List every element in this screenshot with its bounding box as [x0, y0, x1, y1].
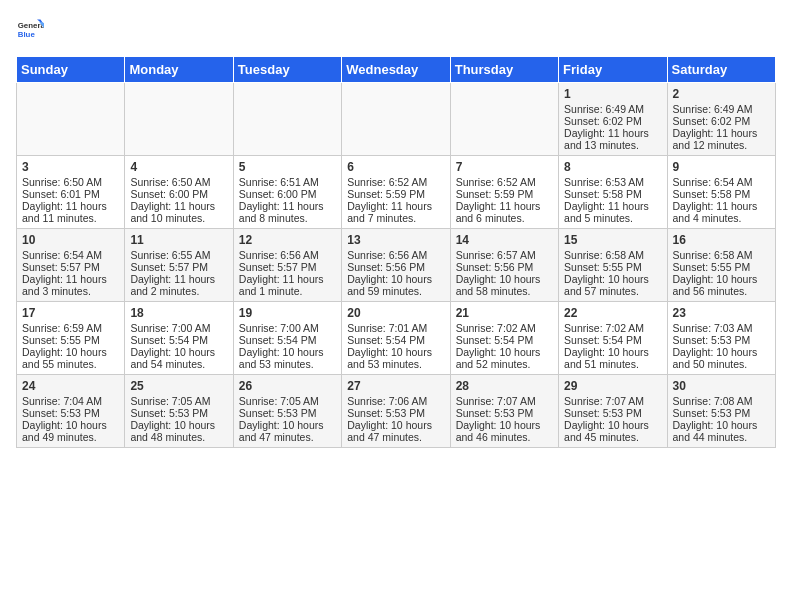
- day-info: Sunset: 5:53 PM: [22, 407, 119, 419]
- weekday-header-wednesday: Wednesday: [342, 57, 450, 83]
- calendar-cell: 18Sunrise: 7:00 AMSunset: 5:54 PMDayligh…: [125, 302, 233, 375]
- day-number: 11: [130, 233, 227, 247]
- day-number: 4: [130, 160, 227, 174]
- calendar-cell: 13Sunrise: 6:56 AMSunset: 5:56 PMDayligh…: [342, 229, 450, 302]
- day-info: Sunset: 6:01 PM: [22, 188, 119, 200]
- day-info: Sunset: 5:55 PM: [22, 334, 119, 346]
- day-info: Daylight: 10 hours and 58 minutes.: [456, 273, 553, 297]
- calendar-cell: 23Sunrise: 7:03 AMSunset: 5:53 PMDayligh…: [667, 302, 775, 375]
- day-info: Daylight: 11 hours and 6 minutes.: [456, 200, 553, 224]
- day-info: Sunset: 5:57 PM: [22, 261, 119, 273]
- day-info: Daylight: 10 hours and 45 minutes.: [564, 419, 661, 443]
- day-info: Sunset: 5:55 PM: [673, 261, 770, 273]
- day-info: Sunset: 5:58 PM: [673, 188, 770, 200]
- calendar-cell: 7Sunrise: 6:52 AMSunset: 5:59 PMDaylight…: [450, 156, 558, 229]
- day-info: Sunrise: 6:57 AM: [456, 249, 553, 261]
- day-number: 16: [673, 233, 770, 247]
- calendar-cell: 14Sunrise: 6:57 AMSunset: 5:56 PMDayligh…: [450, 229, 558, 302]
- day-info: Sunrise: 7:00 AM: [239, 322, 336, 334]
- calendar-cell: 30Sunrise: 7:08 AMSunset: 5:53 PMDayligh…: [667, 375, 775, 448]
- calendar-cell: [125, 83, 233, 156]
- day-info: Sunrise: 7:02 AM: [456, 322, 553, 334]
- day-info: Daylight: 10 hours and 47 minutes.: [347, 419, 444, 443]
- calendar-cell: 20Sunrise: 7:01 AMSunset: 5:54 PMDayligh…: [342, 302, 450, 375]
- calendar-cell: 3Sunrise: 6:50 AMSunset: 6:01 PMDaylight…: [17, 156, 125, 229]
- calendar-cell: 15Sunrise: 6:58 AMSunset: 5:55 PMDayligh…: [559, 229, 667, 302]
- day-info: Daylight: 11 hours and 12 minutes.: [673, 127, 770, 151]
- day-info: Sunrise: 6:56 AM: [239, 249, 336, 261]
- day-info: Daylight: 10 hours and 54 minutes.: [130, 346, 227, 370]
- calendar-table: SundayMondayTuesdayWednesdayThursdayFrid…: [16, 56, 776, 448]
- calendar-cell: 1Sunrise: 6:49 AMSunset: 6:02 PMDaylight…: [559, 83, 667, 156]
- day-info: Sunrise: 7:01 AM: [347, 322, 444, 334]
- calendar-cell: 8Sunrise: 6:53 AMSunset: 5:58 PMDaylight…: [559, 156, 667, 229]
- calendar-cell: 27Sunrise: 7:06 AMSunset: 5:53 PMDayligh…: [342, 375, 450, 448]
- day-info: Daylight: 10 hours and 51 minutes.: [564, 346, 661, 370]
- day-info: Daylight: 11 hours and 7 minutes.: [347, 200, 444, 224]
- day-info: Daylight: 11 hours and 8 minutes.: [239, 200, 336, 224]
- day-info: Sunrise: 6:50 AM: [22, 176, 119, 188]
- day-number: 30: [673, 379, 770, 393]
- day-info: Daylight: 10 hours and 46 minutes.: [456, 419, 553, 443]
- day-info: Sunset: 5:54 PM: [564, 334, 661, 346]
- day-info: Daylight: 10 hours and 50 minutes.: [673, 346, 770, 370]
- calendar-cell: 22Sunrise: 7:02 AMSunset: 5:54 PMDayligh…: [559, 302, 667, 375]
- calendar-cell: [233, 83, 341, 156]
- day-number: 9: [673, 160, 770, 174]
- weekday-header-friday: Friday: [559, 57, 667, 83]
- calendar-cell: 25Sunrise: 7:05 AMSunset: 5:53 PMDayligh…: [125, 375, 233, 448]
- day-number: 12: [239, 233, 336, 247]
- day-info: Sunrise: 7:07 AM: [456, 395, 553, 407]
- day-info: Sunset: 5:54 PM: [347, 334, 444, 346]
- day-info: Sunset: 5:59 PM: [347, 188, 444, 200]
- day-info: Sunrise: 6:49 AM: [673, 103, 770, 115]
- calendar-cell: 9Sunrise: 6:54 AMSunset: 5:58 PMDaylight…: [667, 156, 775, 229]
- day-info: Daylight: 11 hours and 10 minutes.: [130, 200, 227, 224]
- calendar-cell: 4Sunrise: 6:50 AMSunset: 6:00 PMDaylight…: [125, 156, 233, 229]
- day-info: Sunset: 5:59 PM: [456, 188, 553, 200]
- day-number: 18: [130, 306, 227, 320]
- calendar-cell: 29Sunrise: 7:07 AMSunset: 5:53 PMDayligh…: [559, 375, 667, 448]
- day-info: Sunset: 5:55 PM: [564, 261, 661, 273]
- day-info: Sunset: 5:57 PM: [130, 261, 227, 273]
- calendar-cell: 19Sunrise: 7:00 AMSunset: 5:54 PMDayligh…: [233, 302, 341, 375]
- day-number: 8: [564, 160, 661, 174]
- day-info: Sunrise: 7:05 AM: [130, 395, 227, 407]
- day-info: Sunrise: 6:58 AM: [564, 249, 661, 261]
- weekday-header-thursday: Thursday: [450, 57, 558, 83]
- day-info: Sunset: 5:58 PM: [564, 188, 661, 200]
- weekday-header-saturday: Saturday: [667, 57, 775, 83]
- day-info: Daylight: 10 hours and 52 minutes.: [456, 346, 553, 370]
- day-info: Daylight: 10 hours and 49 minutes.: [22, 419, 119, 443]
- day-info: Sunrise: 7:06 AM: [347, 395, 444, 407]
- calendar-cell: 28Sunrise: 7:07 AMSunset: 5:53 PMDayligh…: [450, 375, 558, 448]
- day-number: 1: [564, 87, 661, 101]
- day-number: 21: [456, 306, 553, 320]
- day-info: Sunrise: 7:00 AM: [130, 322, 227, 334]
- day-info: Daylight: 11 hours and 11 minutes.: [22, 200, 119, 224]
- day-info: Sunset: 5:54 PM: [130, 334, 227, 346]
- day-info: Sunset: 6:00 PM: [130, 188, 227, 200]
- calendar-cell: 16Sunrise: 6:58 AMSunset: 5:55 PMDayligh…: [667, 229, 775, 302]
- calendar-cell: [342, 83, 450, 156]
- calendar-cell: 21Sunrise: 7:02 AMSunset: 5:54 PMDayligh…: [450, 302, 558, 375]
- day-number: 14: [456, 233, 553, 247]
- day-number: 7: [456, 160, 553, 174]
- day-number: 29: [564, 379, 661, 393]
- day-info: Sunrise: 7:03 AM: [673, 322, 770, 334]
- day-info: Sunrise: 6:51 AM: [239, 176, 336, 188]
- day-info: Daylight: 11 hours and 3 minutes.: [22, 273, 119, 297]
- day-number: 3: [22, 160, 119, 174]
- day-info: Daylight: 11 hours and 5 minutes.: [564, 200, 661, 224]
- day-info: Daylight: 11 hours and 2 minutes.: [130, 273, 227, 297]
- day-info: Daylight: 10 hours and 48 minutes.: [130, 419, 227, 443]
- day-number: 20: [347, 306, 444, 320]
- calendar-cell: [17, 83, 125, 156]
- day-info: Sunset: 6:02 PM: [673, 115, 770, 127]
- calendar-cell: 11Sunrise: 6:55 AMSunset: 5:57 PMDayligh…: [125, 229, 233, 302]
- calendar-cell: [450, 83, 558, 156]
- day-number: 6: [347, 160, 444, 174]
- day-number: 2: [673, 87, 770, 101]
- day-info: Sunrise: 7:04 AM: [22, 395, 119, 407]
- logo-icon: General Blue: [16, 16, 44, 44]
